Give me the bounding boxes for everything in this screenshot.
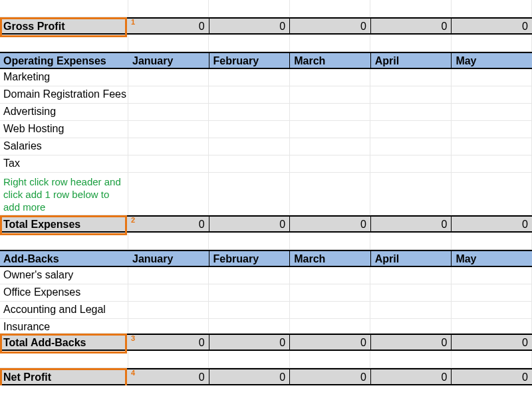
total-expenses-label[interactable]: Total Expenses (0, 217, 128, 231)
expense-cell[interactable] (128, 138, 209, 155)
expense-cell[interactable] (370, 155, 451, 173)
operating-expenses-heading[interactable]: Operating Expenses (0, 53, 128, 68)
total-addbacks-cell[interactable]: 0 (128, 335, 209, 350)
blank-cell[interactable] (209, 173, 289, 215)
total-expenses-cell[interactable]: 0 (128, 217, 209, 231)
month-header[interactable]: January (128, 53, 209, 68)
expense-cell[interactable] (452, 121, 532, 138)
expense-label[interactable]: Tax (0, 155, 128, 173)
month-header[interactable]: March (290, 53, 371, 68)
expense-cell[interactable] (290, 121, 370, 138)
total-addbacks-cell[interactable]: 0 (290, 335, 371, 350)
addback-cell[interactable] (128, 284, 209, 302)
total-expenses-cell[interactable]: 0 (209, 217, 291, 231)
blank-cell[interactable] (370, 0, 451, 17)
net-profit-label[interactable]: Net Profit (0, 369, 128, 384)
blank-cell[interactable] (452, 0, 532, 17)
blank-cell[interactable] (0, 351, 128, 368)
expense-cell[interactable] (452, 86, 532, 104)
blank-cell[interactable] (209, 233, 289, 250)
gross-profit-label[interactable]: Gross Profit (0, 19, 128, 33)
month-header[interactable]: February (209, 251, 291, 266)
gross-profit-cell[interactable]: 0 (128, 19, 209, 33)
gross-profit-cell[interactable]: 0 (290, 19, 371, 33)
expense-cell[interactable] (290, 86, 370, 104)
blank-cell[interactable] (128, 233, 209, 250)
expense-cell[interactable] (290, 69, 370, 86)
addback-cell[interactable] (452, 284, 532, 302)
expense-cell[interactable] (128, 155, 209, 173)
expense-cell[interactable] (452, 138, 532, 155)
total-addbacks-cell[interactable]: 0 (209, 335, 291, 350)
addback-cell[interactable] (128, 302, 209, 319)
gross-profit-cell[interactable]: 0 (371, 19, 452, 33)
addback-cell[interactable] (209, 267, 289, 284)
expense-cell[interactable] (209, 121, 289, 138)
month-header[interactable]: January (128, 251, 209, 266)
net-profit-cell[interactable]: 0 (371, 369, 452, 384)
blank-cell[interactable] (452, 35, 532, 52)
expense-label[interactable]: Web Hosting (0, 121, 128, 138)
net-profit-cell[interactable]: 0 (128, 369, 209, 384)
expense-cell[interactable] (209, 86, 289, 104)
blank-cell[interactable] (209, 35, 289, 52)
addback-cell[interactable] (370, 267, 451, 284)
total-addbacks-label[interactable]: Total Add-Backs (0, 335, 128, 350)
blank-cell[interactable] (370, 233, 451, 250)
addback-cell[interactable] (452, 267, 532, 284)
addback-cell[interactable] (209, 284, 289, 302)
blank-cell[interactable] (128, 173, 209, 215)
gross-profit-cell[interactable]: 0 (209, 19, 291, 33)
month-header[interactable]: May (452, 251, 532, 266)
addbacks-heading[interactable]: Add-Backs (0, 251, 128, 266)
expense-cell[interactable] (452, 69, 532, 86)
addback-cell[interactable] (128, 319, 209, 334)
expense-cell[interactable] (128, 104, 209, 121)
blank-cell[interactable] (290, 351, 370, 368)
expense-cell[interactable] (209, 138, 289, 155)
expense-cell[interactable] (370, 86, 451, 104)
expense-label[interactable]: Advertising (0, 104, 128, 121)
net-profit-cell[interactable]: 0 (290, 369, 371, 384)
month-header[interactable]: April (371, 53, 452, 68)
month-header[interactable]: May (452, 53, 532, 68)
expense-cell[interactable] (128, 121, 209, 138)
month-header[interactable]: March (290, 251, 371, 266)
hint-cell[interactable]: Right click row header and click add 1 r… (0, 173, 128, 215)
total-addbacks-cell[interactable]: 0 (371, 335, 452, 350)
expense-cell[interactable] (452, 104, 532, 121)
addback-cell[interactable] (290, 302, 370, 319)
blank-cell[interactable] (370, 351, 451, 368)
expense-cell[interactable] (290, 104, 370, 121)
blank-cell[interactable] (209, 0, 289, 17)
blank-cell[interactable] (290, 0, 370, 17)
addback-cell[interactable] (209, 319, 289, 334)
month-header[interactable]: February (209, 53, 291, 68)
expense-cell[interactable] (370, 104, 451, 121)
blank-cell[interactable] (452, 233, 532, 250)
expense-cell[interactable] (370, 138, 451, 155)
addback-cell[interactable] (290, 284, 370, 302)
addback-cell[interactable] (128, 267, 209, 284)
blank-cell[interactable] (290, 173, 370, 215)
addback-label[interactable]: Accounting and Legal (0, 302, 128, 319)
addback-label[interactable]: Insurance (0, 319, 128, 334)
addback-cell[interactable] (370, 319, 451, 334)
expense-cell[interactable] (128, 69, 209, 86)
expense-label[interactable]: Domain Registration Fees (0, 86, 128, 104)
expense-cell[interactable] (209, 104, 289, 121)
addback-label[interactable]: Owner's salary (0, 267, 128, 284)
expense-cell[interactable] (290, 155, 370, 173)
expense-label[interactable]: Salaries (0, 138, 128, 155)
addback-cell[interactable] (370, 284, 451, 302)
blank-cell[interactable] (452, 173, 532, 215)
addback-label[interactable]: Office Expenses (0, 284, 128, 302)
expense-label[interactable]: Marketing (0, 69, 128, 86)
total-addbacks-cell[interactable]: 0 (452, 335, 532, 350)
expense-cell[interactable] (370, 121, 451, 138)
blank-cell[interactable] (370, 173, 451, 215)
total-expenses-cell[interactable]: 0 (290, 217, 371, 231)
addback-cell[interactable] (290, 267, 370, 284)
addback-cell[interactable] (452, 319, 532, 334)
gross-profit-cell[interactable]: 0 (452, 19, 532, 33)
